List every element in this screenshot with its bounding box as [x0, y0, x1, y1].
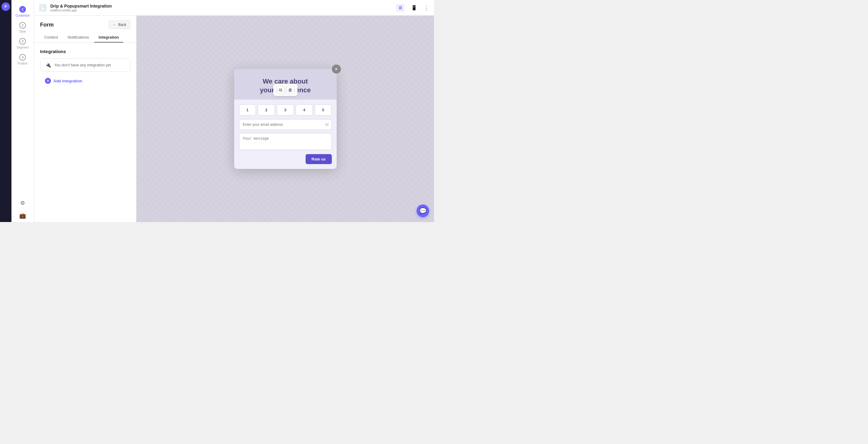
no-integration-text: You don't have any integration yet — [54, 63, 111, 67]
desktop-view-button[interactable]: 🖥 — [396, 4, 404, 12]
rating-row: 1 2 3 4 5 — [239, 105, 332, 116]
top-bar-info: Drip & Popupsmart Integration trialfirst… — [50, 4, 112, 12]
submit-row: Rate us — [239, 154, 332, 164]
popup-body: 1 2 3 4 5 ✉ Rate us — [234, 99, 337, 169]
rating-btn-2[interactable]: 2 — [258, 105, 275, 116]
nav-num-1: 1 — [19, 6, 26, 13]
email-icon: ✉ — [325, 122, 329, 127]
rating-btn-5[interactable]: 5 — [315, 105, 332, 116]
preview-area: × ⧉ 🗑 We care about your experience 1 2 — [136, 16, 434, 222]
submit-button[interactable]: Rate us — [306, 154, 332, 164]
top-bar-title: Drip & Popupsmart Integration — [50, 4, 112, 8]
app-logo[interactable]: P — [1, 2, 10, 11]
add-integration-label: Add integration — [53, 79, 82, 83]
nav-sidebar: 1 Customize 2 Style 3 Segment 4 Publish … — [11, 0, 34, 222]
message-textarea[interactable] — [239, 133, 332, 150]
form-panel: Form ← Back Content Notifications Integr… — [34, 16, 136, 222]
nav-item-style[interactable]: 2 Style — [11, 20, 34, 36]
more-options-button[interactable]: ⋮ — [424, 4, 429, 11]
tab-notifications[interactable]: Notifications — [64, 33, 93, 42]
settings-button[interactable]: ⚙ — [17, 197, 28, 209]
nav-label-customize: Customize — [16, 14, 30, 17]
popup-widget: × ⧉ 🗑 We care about your experience 1 2 — [234, 69, 337, 169]
copy-widget-button[interactable]: ⧉ — [276, 86, 285, 94]
nav-label-publish: Publish — [18, 62, 28, 65]
no-integration-icon: 🔌 — [45, 62, 51, 68]
popup-close-button[interactable]: × — [332, 64, 341, 73]
chat-fab-button[interactable]: 💬 — [416, 205, 429, 217]
form-header: Form ← Back — [34, 16, 136, 29]
form-title: Form — [40, 22, 54, 28]
nav-item-segment[interactable]: 3 Segment — [11, 36, 34, 52]
rating-btn-3[interactable]: 3 — [277, 105, 294, 116]
integrations-section: Integrations 🔌 You don't have any integr… — [34, 43, 136, 222]
widget-toolbar: ⧉ 🗑 — [273, 84, 298, 96]
integrations-title: Integrations — [40, 49, 130, 54]
content-area: Form ← Back Content Notifications Integr… — [34, 16, 434, 222]
tabs-bar: Content Notifications Integration — [34, 29, 136, 43]
no-integration-box: 🔌 You don't have any integration yet — [40, 58, 130, 72]
back-label: Back — [118, 23, 126, 27]
tab-content[interactable]: Content — [40, 33, 62, 42]
rating-btn-4[interactable]: 4 — [296, 105, 313, 116]
main-area: 📄 Drip & Popupsmart Integration trialfir… — [34, 0, 434, 222]
back-button[interactable]: ← Back — [109, 21, 130, 29]
app-sidebar: P — [0, 0, 11, 222]
nav-label-segment: Segment — [17, 46, 29, 49]
delete-widget-button[interactable]: 🗑 — [286, 86, 294, 94]
nav-num-2: 2 — [19, 22, 26, 29]
email-input-row: ✉ — [239, 119, 332, 130]
tab-integration[interactable]: Integration — [94, 33, 123, 42]
support-button[interactable]: 💼 — [16, 209, 29, 222]
add-integration-button[interactable]: + Add integration — [40, 75, 87, 87]
top-bar: 📄 Drip & Popupsmart Integration trialfir… — [34, 0, 434, 16]
top-bar-icons: 🖥 📱 ⋮ — [396, 4, 429, 12]
nav-label-style: Style — [19, 30, 26, 33]
nav-num-3: 3 — [19, 38, 26, 45]
plus-icon: + — [45, 78, 51, 84]
nav-item-customize[interactable]: 1 Customize — [11, 4, 34, 20]
page-icon: 📄 — [39, 4, 47, 12]
back-arrow-icon: ← — [113, 23, 116, 27]
nav-item-publish[interactable]: 4 Publish — [11, 52, 34, 67]
email-input[interactable] — [239, 119, 332, 130]
rating-btn-1[interactable]: 1 — [239, 105, 256, 116]
mobile-view-button[interactable]: 📱 — [409, 4, 419, 12]
nav-num-4: 4 — [19, 54, 26, 61]
top-bar-subtitle: trialfirst.netlify.app — [50, 8, 112, 12]
